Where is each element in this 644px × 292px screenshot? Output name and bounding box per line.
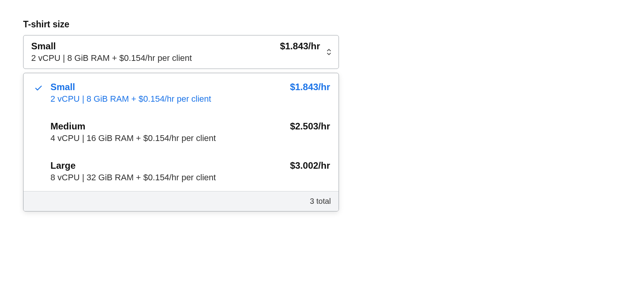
chevron-up-down-icon [326,49,332,55]
option-desc: 2 vCPU | 8 GiB RAM + $0.154/hr per clien… [50,94,330,104]
option-name: Small [50,82,75,92]
option-price: $2.503/hr [290,121,330,132]
option-name: Large [50,160,75,171]
field-label: T-shirt size [23,19,621,30]
option-name: Medium [50,121,86,132]
total-count-text: 3 total [310,197,331,205]
size-option-large[interactable]: Large $3.002/hr 8 vCPU | 32 GiB RAM + $0… [23,152,339,191]
selected-desc: 2 vCPU | 8 GiB RAM + $0.154/hr per clien… [31,53,320,63]
selected-price: $1.843/hr [280,41,320,52]
dropdown-footer: 3 total [23,191,339,211]
size-option-medium[interactable]: Medium $2.503/hr 4 vCPU | 16 GiB RAM + $… [23,112,339,152]
option-price: $1.843/hr [290,82,330,92]
check-icon [34,84,43,94]
option-price: $3.002/hr [290,160,330,171]
option-desc: 4 vCPU | 16 GiB RAM + $0.154/hr per clie… [50,133,330,143]
size-select: Small $1.843/hr 2 vCPU | 8 GiB RAM + $0.… [23,35,339,211]
size-option-small[interactable]: Small $1.843/hr 2 vCPU | 8 GiB RAM + $0.… [23,73,339,112]
size-select-trigger[interactable]: Small $1.843/hr 2 vCPU | 8 GiB RAM + $0.… [23,35,339,69]
option-desc: 8 vCPU | 32 GiB RAM + $0.154/hr per clie… [50,173,330,183]
size-select-dropdown: Small $1.843/hr 2 vCPU | 8 GiB RAM + $0.… [23,73,339,211]
selected-name: Small [31,41,56,52]
